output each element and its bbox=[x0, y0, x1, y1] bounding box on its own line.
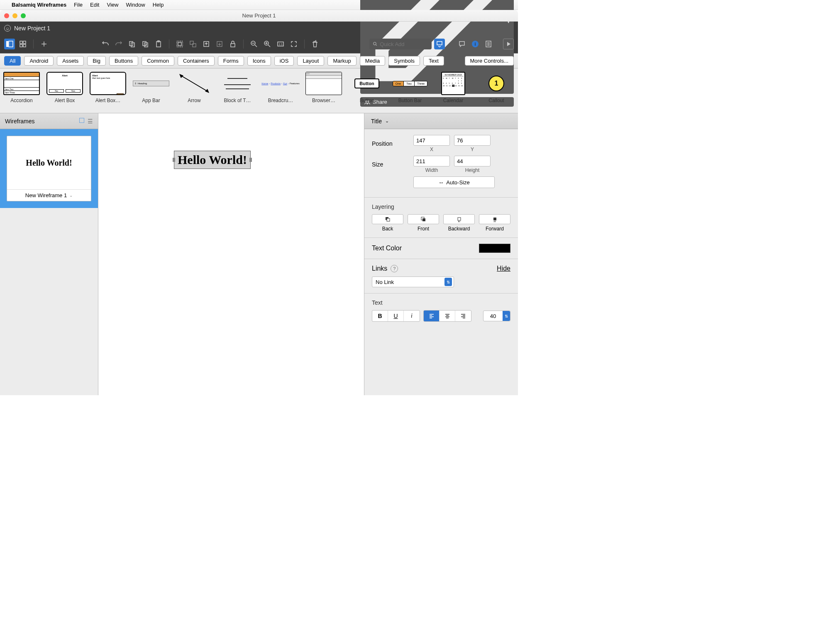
layer-backward-button[interactable] bbox=[443, 214, 475, 224]
layer-front-button[interactable] bbox=[408, 214, 439, 224]
link-select[interactable]: No Link ⇅ bbox=[372, 276, 454, 287]
ungroup-icon[interactable] bbox=[188, 39, 198, 49]
selected-title-element[interactable]: Hello World! bbox=[174, 151, 251, 169]
category-symbols[interactable]: Symbols bbox=[388, 56, 420, 66]
paste-icon[interactable] bbox=[153, 39, 164, 49]
lock-icon[interactable] bbox=[227, 39, 238, 49]
canvas[interactable]: Hello World! bbox=[98, 113, 364, 395]
align-left-button[interactable] bbox=[424, 311, 440, 321]
size-h-input[interactable] bbox=[454, 156, 491, 166]
zoom-out-icon[interactable] bbox=[249, 39, 259, 49]
svg-rect-36 bbox=[422, 218, 425, 221]
position-x-input[interactable] bbox=[413, 135, 450, 146]
navigator-list-icon[interactable]: ☰ bbox=[88, 118, 93, 125]
links-help-icon[interactable]: ? bbox=[391, 265, 398, 272]
duplicate-icon[interactable] bbox=[140, 39, 151, 49]
navigator-thumb-icon[interactable] bbox=[79, 118, 84, 123]
window-titlebar: New Project 1 bbox=[0, 10, 518, 22]
links-hide-button[interactable]: Hide bbox=[497, 265, 510, 272]
category-buttons[interactable]: Buttons bbox=[109, 56, 138, 66]
menu-file[interactable]: File bbox=[74, 2, 83, 8]
lib-calendar[interactable]: NOVEMBER 2019SMTWTFS12345678910111213141… bbox=[432, 72, 475, 110]
redo-icon[interactable] bbox=[113, 39, 124, 49]
align-right-button[interactable] bbox=[455, 311, 471, 321]
grid-view-icon[interactable] bbox=[17, 39, 28, 49]
category-more[interactable]: More Controls... bbox=[465, 56, 514, 66]
lib-callout[interactable]: 1Callout bbox=[475, 72, 518, 110]
italic-button[interactable]: i bbox=[404, 311, 420, 321]
autosize-button[interactable]: ↔Auto-Size bbox=[413, 176, 495, 188]
trash-icon[interactable] bbox=[310, 39, 320, 49]
dropdown-icon: ⇅ bbox=[444, 278, 452, 286]
chevron-down-icon: ⌄ bbox=[385, 118, 389, 124]
category-forms[interactable]: Forms bbox=[218, 56, 244, 66]
undo-icon[interactable] bbox=[100, 39, 111, 49]
text-color-swatch[interactable] bbox=[479, 244, 510, 253]
font-size-select[interactable]: ⇅ bbox=[483, 311, 510, 321]
font-size-input[interactable] bbox=[483, 313, 503, 319]
category-assets[interactable]: Assets bbox=[57, 56, 84, 66]
svg-rect-12 bbox=[156, 42, 161, 47]
lib-alertbox2[interactable]: AlertAlert text goes hereOKAlert Box… bbox=[86, 72, 129, 110]
size-w-input[interactable] bbox=[413, 156, 450, 166]
menu-view[interactable]: View bbox=[107, 2, 118, 8]
underline-button[interactable]: U bbox=[388, 311, 404, 321]
category-icons[interactable]: Icons bbox=[247, 56, 271, 66]
copy-icon[interactable] bbox=[127, 39, 137, 49]
zoom-actual-icon[interactable]: 1:1 bbox=[275, 39, 286, 49]
window-title: New Project 1 bbox=[0, 12, 518, 19]
category-text[interactable]: Text bbox=[423, 56, 444, 66]
add-icon[interactable] bbox=[39, 39, 49, 49]
size-label: Size bbox=[372, 161, 409, 168]
lib-accordion[interactable]: Item OneItem TwoItem ThreeAccordion bbox=[0, 72, 43, 110]
comments-icon[interactable] bbox=[457, 39, 467, 49]
position-y-input[interactable] bbox=[454, 135, 491, 146]
category-media[interactable]: Media bbox=[360, 56, 385, 66]
lib-blocktext[interactable]: Block of T… bbox=[216, 72, 259, 110]
info-icon[interactable]: i bbox=[470, 39, 481, 49]
notes-icon[interactable] bbox=[483, 39, 494, 49]
quick-add-input[interactable] bbox=[380, 41, 428, 47]
lib-button[interactable]: ButtonButton bbox=[345, 72, 388, 110]
chevron-down-icon[interactable]: ⌄ bbox=[69, 193, 73, 198]
category-markup[interactable]: Markup bbox=[327, 56, 356, 66]
category-android[interactable]: Android bbox=[24, 56, 54, 66]
svg-rect-14 bbox=[177, 41, 183, 47]
quick-add-search[interactable] bbox=[369, 39, 432, 49]
send-back-icon[interactable] bbox=[214, 39, 225, 49]
bold-button[interactable]: B bbox=[372, 311, 388, 321]
lib-browser[interactable]: ○○○Browser… bbox=[302, 72, 345, 110]
layer-back-button[interactable] bbox=[372, 214, 403, 224]
project-tab[interactable]: ☺ New Project 1 bbox=[4, 25, 50, 32]
category-common[interactable]: Common bbox=[142, 56, 174, 66]
align-center-button[interactable] bbox=[440, 311, 455, 321]
lib-appbar[interactable]: ≡ HeadingApp Bar bbox=[129, 72, 173, 110]
category-all[interactable]: All bbox=[4, 56, 21, 66]
svg-rect-3 bbox=[9, 41, 13, 47]
wireframe-thumb[interactable]: Hello World! New Wireframe 1 ⌄ bbox=[0, 129, 98, 208]
zoom-fit-icon[interactable] bbox=[288, 39, 299, 49]
bring-front-icon[interactable] bbox=[201, 39, 212, 49]
play-icon[interactable] bbox=[503, 39, 514, 49]
lib-arrow[interactable]: Arrow bbox=[173, 72, 216, 110]
inspector-header[interactable]: Title ⌄ bbox=[364, 113, 518, 129]
category-layout[interactable]: Layout bbox=[297, 56, 324, 66]
app-name[interactable]: Balsamiq Wireframes bbox=[12, 2, 66, 8]
quick-add-toggle-icon[interactable] bbox=[434, 39, 445, 49]
navigator-view-icon[interactable] bbox=[4, 39, 15, 49]
svg-rect-34 bbox=[387, 218, 390, 221]
menu-edit[interactable]: Edit bbox=[90, 2, 99, 8]
svg-rect-7 bbox=[23, 44, 26, 47]
menu-window[interactable]: Window bbox=[126, 2, 145, 8]
layer-forward-button[interactable] bbox=[479, 214, 510, 224]
category-big[interactable]: Big bbox=[87, 56, 106, 66]
zoom-in-icon[interactable] bbox=[262, 39, 273, 49]
lib-buttonbar[interactable]: OneTwoThreeButton Bar bbox=[388, 72, 432, 110]
category-containers[interactable]: Containers bbox=[178, 56, 215, 66]
menu-help[interactable]: Help bbox=[153, 2, 164, 8]
category-ios[interactable]: iOS bbox=[274, 56, 294, 66]
group-icon[interactable] bbox=[174, 39, 185, 49]
control-library: Item OneItem TwoItem ThreeAccordion Aler… bbox=[0, 69, 518, 113]
lib-alertbox[interactable]: AlertNoYesAlert Box bbox=[43, 72, 86, 110]
lib-breadcrumb[interactable]: Home › Products › Xyz › FeaturesBreadcru… bbox=[259, 72, 302, 110]
